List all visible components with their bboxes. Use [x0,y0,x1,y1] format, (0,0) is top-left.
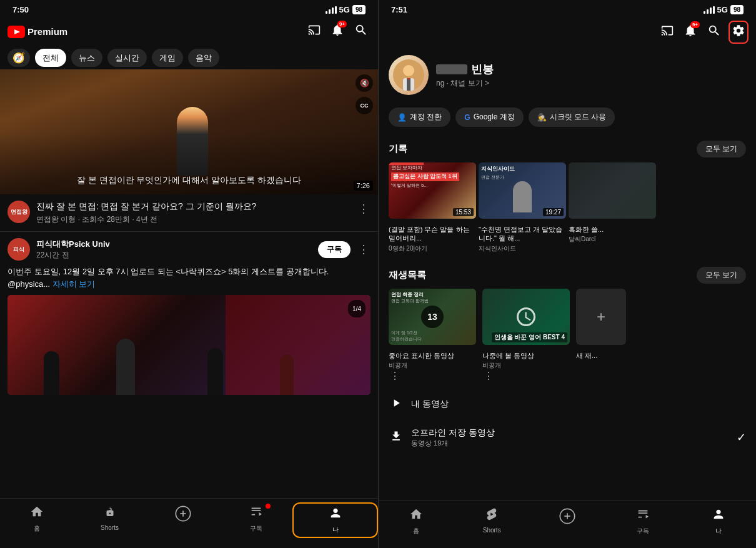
check-icon: ✓ [737,431,746,444]
left-status-right: 5G 98 [326,5,366,14]
video-sub-info: 면접왕 이형 · 조회수 28만회 · 4년 전 [36,214,351,225]
profile-sub[interactable]: ng · 채널 보기 > [436,78,746,89]
filter-news[interactable]: 뉴스 [71,49,102,67]
thumb-control-icons: 🔇 CC [356,74,373,114]
playlist-info-1: 좋아요 표시한 동영상 비공개 ⋮ [389,351,476,382]
incognito-button[interactable]: 🕵 시크릿 모드 사용 [529,107,615,127]
left-scroll-content: 🔇 CC 잘 본 면접이란 무엇인가에 대해서 알아보도록 하겠습니다 7:26… [0,69,378,498]
youtube-icon [7,26,25,38]
right-phone: 7:51 5G 98 9+ [378,0,756,548]
right-nav-create[interactable] [530,505,605,538]
playlist-title-1: 좋아요 표시한 동영상 [389,351,476,360]
post-header: 피식 피식대학Psick Univ 22시간 전 구독 ⋮ [7,238,371,261]
right-create-icon [559,507,576,529]
playlist-info-3: 새 재... [576,351,626,382]
playlist-thumb-1[interactable]: 면접 최종 정리면접 고독파 합격법 이게 맞 1/2천인증하겠습니다 13 [389,289,476,345]
nav-shorts-label: Shorts [101,524,119,531]
playlist-thumb-3[interactable]: + [576,289,626,345]
video-channel-avatar[interactable]: 면접왕 [7,201,30,223]
nav-subscriptions[interactable]: 구독 [219,502,292,538]
right-nav-subscriptions[interactable]: 구독 [605,505,680,538]
history-channel-2: 지식인사이드 [479,244,566,253]
switch-icon: 👤 [397,113,407,122]
playlist-see-all[interactable]: 모두 보기 [697,267,746,284]
profile-avatar[interactable] [389,55,429,95]
my-videos-item[interactable]: 내 동영상 [379,389,756,420]
mute-icon[interactable]: 🔇 [356,74,373,92]
post-channel-name: 피식대학Psick Univ [36,239,110,250]
filter-game[interactable]: 게임 [152,49,183,67]
history-info-3: 흑화한 쓸... 달씨Darci [569,225,656,253]
offline-videos-item[interactable]: 오프라인 저장 동영상 동영상 19개 ✓ [379,420,756,456]
video-more-button[interactable]: ⋮ [357,201,371,217]
history-see-all[interactable]: 모두 보기 [697,141,746,157]
nav-home[interactable]: 홈 [0,502,73,538]
playlist-thumbs-row: 면접 최종 정리면접 고독파 합격법 이게 맞 1/2천인증하겠습니다 13 인… [379,289,756,351]
create-icon [174,505,192,526]
account-actions: 👤 계정 전환 G Google 계정 🕵 시크릿 모드 사용 [379,102,756,134]
playlist-thumb-2[interactable]: 인생을 바꾼 영어 BEST 4 [482,289,570,345]
history-info-1: (결말 포함) 무슨 말을 하는 믿어버리... 0영화 20|아기 [389,225,476,253]
right-notifications-badge: 9+ [690,21,700,28]
settings-button[interactable] [729,21,749,44]
featured-video-thumb[interactable]: 🔇 CC 잘 본 면접이란 무엇인가에 대해서 알아보도록 하겠습니다 7:26 [0,69,378,194]
nav-shorts[interactable]: Shorts [73,502,146,538]
google-account-button[interactable]: G Google 계정 [455,107,523,127]
right-nav-shorts[interactable]: Shorts [454,505,530,538]
history-thumb-1[interactable]: 면접 보자마자 뽑고싶은 사람 압도적 1위 "이렇게 말하면 b... 15:… [389,162,476,219]
filter-live[interactable]: 실시간 [107,49,147,67]
right-cast-button[interactable] [659,22,676,42]
history-thumb-2[interactable]: 지식인사이드 면접 전문가 19:27 [479,162,566,219]
post-see-more[interactable]: 자세히 보기 [52,279,96,289]
history-dur-1: 15:53 [453,208,474,216]
you-icon [329,506,342,524]
home-icon [30,505,44,522]
switch-account-button[interactable]: 👤 계정 전환 [389,107,450,127]
post-channel-info: 피식대학Psick Univ 22시간 전 [36,239,110,261]
post-avatar[interactable]: 피식 [7,238,30,261]
playlist-more-2[interactable]: ⋮ [482,369,495,382]
right-nav-home[interactable]: 홈 [379,505,454,538]
history-thumb-3[interactable] [569,162,656,219]
video-title[interactable]: 진짜 잘 본 면접: 면접 잘 본거 같아요? 그 기준이 뭘까요? [36,201,351,212]
cast-button[interactable] [306,21,323,42]
history-thumbs-row: 면접 보자마자 뽑고싶은 사람 압도적 1위 "이렇게 말하면 b... 15:… [379,162,756,225]
nav-you-label: 나 [332,526,339,534]
cc-icon[interactable]: CC [356,97,373,114]
right-nav-you-label: 나 [715,527,722,536]
video-meta: 진짜 잘 본 면접: 면접 잘 본거 같아요? 그 기준이 뭘까요? 면접왕 이… [36,201,351,225]
post-more-button[interactable]: ⋮ [357,241,371,257]
history-dur-2: 19:27 [543,208,564,216]
channel-link[interactable]: ng · 채널 보기 > [436,79,489,87]
post-main-image: 1/4 [7,295,371,395]
nav-create[interactable] [146,502,219,538]
post-images[interactable]: 1/4 [7,295,371,395]
filter-bar: 🧭 전체 뉴스 실시간 게임 음악 [0,46,378,69]
playlist-more-1[interactable]: ⋮ [389,369,401,382]
notifications-button[interactable]: 9+ [328,21,347,42]
left-bottom-nav: 홈 Shorts 구독 나 [0,498,378,548]
right-nav-you[interactable]: 나 [680,505,756,538]
filter-explore[interactable]: 🧭 [7,49,30,67]
video-views: 조회수 28만회 [82,215,130,224]
right-notifications-button[interactable]: 9+ [681,21,700,43]
playlist-sub-2: 비공개 [482,361,570,370]
nav-home-label: 홈 [34,524,40,533]
right-scroll-content: 빈봉 ng · 채널 보기 > 👤 계정 전환 G Google 계정 🕵 시크… [379,47,756,501]
subscribe-button[interactable]: 구독 [318,241,351,258]
network-label: 5G [339,5,350,14]
history-video-title-2: "수천명 면접보고 개 달았습니다." 뭘 해... [479,225,566,243]
youtube-logo: Premium [7,26,67,38]
search-button[interactable] [352,21,371,42]
history-info-row: (결말 포함) 무슨 말을 하는 믿어버리... 0영화 20|아기 "수천명 … [379,225,756,261]
right-shorts-icon [485,507,499,525]
right-search-button[interactable] [705,21,724,43]
right-subscriptions-icon [636,507,650,525]
right-network-label: 5G [717,5,728,14]
filter-music[interactable]: 음악 [188,49,219,67]
playlist-sub-1: 비공개 [389,361,476,370]
nav-you[interactable]: 나 [292,502,378,538]
right-you-icon [712,507,725,525]
right-top-nav: 9+ [379,17,756,47]
filter-all[interactable]: 전체 [35,49,66,67]
